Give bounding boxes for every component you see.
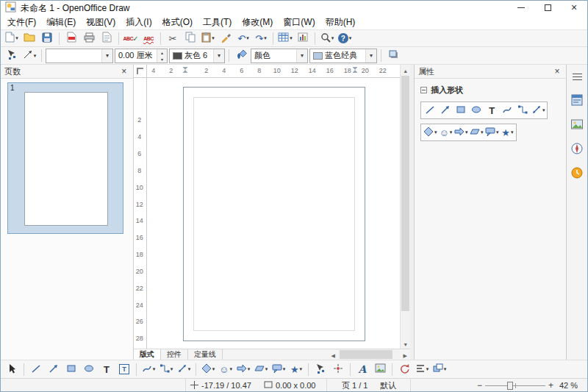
page-thumbnail[interactable]: 1 [7, 82, 123, 234]
horizontal-scrollbar-track[interactable] [338, 349, 400, 360]
zoom-slider-thumb[interactable] [507, 382, 513, 390]
callouts-button[interactable] [270, 362, 287, 377]
margin-marker[interactable] [182, 67, 187, 74]
vertical-scrollbar-thumb[interactable] [401, 76, 409, 311]
vertical-scrollbar[interactable] [400, 65, 410, 349]
vertical-ruler[interactable]: 2 4 6 8 10 12 14 16 18 20 22 24 26 28 [134, 78, 147, 349]
area-style-button[interactable] [233, 49, 249, 63]
undo-button[interactable]: ↶ [235, 31, 251, 46]
text-tool-button[interactable]: T [98, 362, 115, 377]
connector-tool-button[interactable] [515, 103, 530, 118]
redo-button[interactable]: ↷ [253, 31, 269, 46]
ellipse-tool-button[interactable] [469, 103, 484, 118]
spin-down-button[interactable] [157, 56, 167, 63]
fill-color-select[interactable]: 蓝色经典 [309, 49, 377, 63]
new-document-button[interactable] [4, 31, 20, 46]
save-button[interactable] [39, 31, 55, 46]
sidebar-tab-properties[interactable] [569, 93, 585, 109]
symbol-shapes-button[interactable]: ☺ [438, 125, 453, 140]
basic-shapes-button[interactable] [200, 362, 216, 377]
ellipse-tool-button[interactable] [81, 362, 97, 377]
collapse-icon[interactable] [420, 87, 427, 93]
menu-modify[interactable]: 修改(M) [237, 15, 278, 30]
vertical-text-tool-button[interactable]: T [116, 362, 132, 377]
minimize-button[interactable] [508, 1, 534, 15]
rectangle-tool-button[interactable] [453, 103, 468, 118]
menu-format[interactable]: 格式(O) [157, 15, 198, 30]
menu-window[interactable]: 窗口(W) [278, 15, 320, 30]
menu-view[interactable]: 视图(V) [81, 15, 121, 30]
line-tool-button[interactable] [28, 362, 44, 377]
menu-file[interactable]: 文件(F) [2, 15, 41, 30]
block-arrows-button[interactable] [453, 125, 468, 140]
drawing-page[interactable] [183, 87, 365, 341]
properties-panel-close-button[interactable] [552, 66, 562, 76]
scroll-right-button[interactable] [400, 349, 410, 360]
line-tool-button[interactable] [423, 103, 437, 118]
flowchart-button[interactable] [253, 362, 269, 377]
select-tool-button[interactable] [4, 362, 20, 377]
drawing-canvas[interactable] [147, 78, 401, 349]
horizontal-scrollbar-thumb[interactable] [340, 350, 392, 359]
curve-tool-button[interactable] [140, 362, 157, 377]
edit-points-button[interactable] [4, 49, 20, 63]
rectangle-tool-button[interactable] [63, 362, 79, 377]
page-indicator[interactable]: 页 1 / 1 [337, 379, 376, 392]
menu-tools[interactable]: 工具(T) [198, 15, 237, 30]
ruler-origin[interactable] [134, 65, 147, 78]
text-tool-button[interactable]: T [484, 103, 499, 118]
stars-button[interactable]: ★ [288, 362, 304, 377]
insert-chart-button[interactable] [295, 31, 311, 46]
dropdown-button[interactable] [365, 49, 376, 63]
paste-button[interactable] [200, 31, 216, 46]
line-width-spinner[interactable]: 0.00 厘米 [115, 49, 168, 63]
arrow-style-button[interactable] [21, 49, 37, 63]
menu-help[interactable]: 帮助(H) [320, 15, 361, 30]
print-button[interactable] [81, 31, 97, 46]
insert-table-button[interactable] [277, 31, 293, 46]
zoom-in-button[interactable] [547, 379, 555, 392]
fill-style-select[interactable]: 颜色 [251, 49, 308, 63]
insert-image-button[interactable] [372, 362, 388, 377]
page-preview-button[interactable] [98, 31, 115, 46]
zoom-level-value[interactable]: 42 % [555, 379, 587, 392]
dropdown-button[interactable] [296, 49, 307, 63]
line-style-select[interactable] [46, 49, 113, 63]
format-paintbrush-button[interactable] [218, 31, 234, 46]
open-button[interactable] [21, 31, 37, 46]
margin-marker[interactable] [352, 67, 357, 74]
callouts-button[interactable] [484, 125, 499, 140]
arrow-tool-button[interactable] [46, 362, 62, 377]
layer-tab-controls[interactable]: 控件 [161, 349, 188, 360]
lines-arrows-tool-button[interactable] [531, 103, 545, 118]
cut-button[interactable]: ✂ [165, 31, 181, 46]
curve-tool-button[interactable] [500, 103, 514, 118]
align-button[interactable] [414, 362, 430, 377]
rotate-button[interactable] [396, 362, 412, 377]
pages-panel-close-button[interactable] [119, 66, 129, 76]
dropdown-button[interactable] [101, 49, 112, 63]
connector-tool-button[interactable] [158, 362, 174, 377]
scroll-left-button[interactable] [328, 349, 338, 360]
line-color-select[interactable]: 灰色 6 [169, 49, 225, 63]
page-style-indicator[interactable]: 默认 [376, 379, 411, 392]
horizontal-ruler[interactable]: 4 2 2 4 6 8 10 12 14 16 18 20 22 [147, 65, 401, 78]
scroll-up-button[interactable] [401, 65, 410, 75]
sidebar-tab-gallery[interactable] [569, 117, 585, 133]
layer-tab-layout[interactable]: 版式 [134, 349, 161, 360]
glue-points-button[interactable] [330, 362, 346, 377]
fontwork-button[interactable]: A [354, 362, 370, 377]
layer-tab-dimension-lines[interactable]: 定量线 [188, 349, 223, 360]
arrow-tool-button[interactable] [438, 103, 453, 118]
horizontal-scrollbar[interactable] [328, 349, 410, 360]
dropdown-button[interactable] [213, 49, 224, 63]
zoom-button[interactable] [319, 31, 335, 46]
flowchart-button[interactable] [469, 125, 484, 140]
symbol-shapes-button[interactable]: ☺ [218, 362, 234, 377]
scroll-down-button[interactable] [401, 338, 410, 349]
edit-points-button[interactable] [312, 362, 329, 377]
close-button[interactable] [561, 1, 587, 15]
zoom-slider[interactable] [484, 379, 547, 392]
spellcheck-button[interactable]: ABC✓ [123, 31, 139, 46]
menu-edit[interactable]: 编辑(E) [41, 15, 81, 30]
